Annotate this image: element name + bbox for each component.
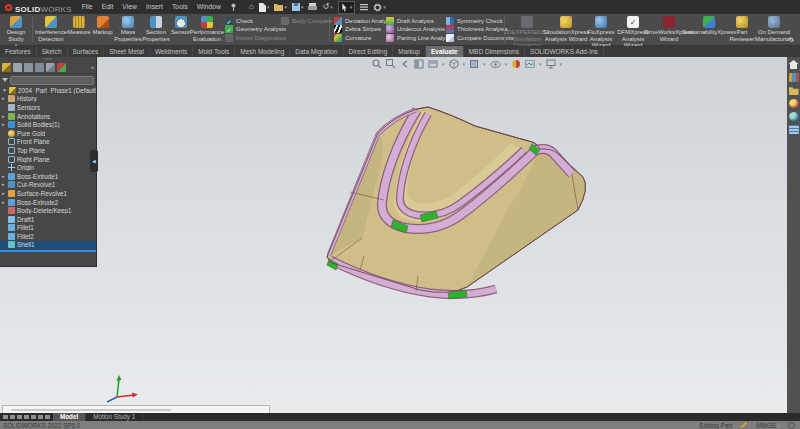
view-palette-icon[interactable]: [789, 112, 799, 121]
thickness-analysis-button[interactable]: Thickness Analysis: [446, 25, 500, 33]
save-button[interactable]: ▾: [292, 3, 304, 11]
tree-item-history[interactable]: ▸History: [0, 95, 96, 104]
menu-tools[interactable]: Tools: [172, 3, 188, 11]
symmetry-check-button[interactable]: Symmetry Check: [446, 17, 500, 25]
zoom-fit-icon[interactable]: [372, 59, 382, 69]
tree-item-body-delete[interactable]: Body-Delete/Keep1: [0, 206, 96, 215]
floxpress-wizard-button[interactable]: FloXpress Analysis Wizard: [585, 15, 617, 44]
tab-sheet-metal[interactable]: Sheet Metal: [104, 46, 150, 57]
section-properties-button[interactable]: Section Properties: [142, 15, 170, 44]
ribbon-collapse-icon[interactable]: [788, 36, 794, 42]
open-button[interactable]: ▾: [274, 3, 287, 11]
mass-properties-button[interactable]: Mass Properties: [114, 15, 142, 44]
apply-scene-icon[interactable]: [525, 59, 535, 69]
home-button[interactable]: ⌂: [249, 3, 254, 11]
tab-direct-editing[interactable]: Direct Editing: [344, 46, 394, 57]
check-button[interactable]: ✓Check: [225, 17, 277, 25]
filter-icon[interactable]: [2, 78, 8, 82]
tree-item-annotations[interactable]: ▸Annotations: [0, 112, 96, 121]
select-tool-button[interactable]: ▾: [338, 1, 356, 14]
menu-file[interactable]: File: [82, 3, 93, 11]
design-study-button[interactable]: Design Study ▾: [2, 15, 30, 44]
tab-mold-tools[interactable]: Mold Tools: [193, 46, 235, 57]
tree-filter-input[interactable]: [10, 76, 94, 85]
undo-button[interactable]: ↺▾: [322, 3, 332, 11]
view-orientation-icon[interactable]: [449, 59, 459, 69]
curvature-button[interactable]: Curvature: [334, 34, 382, 42]
tab-mesh-modeling[interactable]: Mesh Modeling: [235, 46, 290, 57]
deviation-analysis-button[interactable]: Deviation Analysis: [334, 17, 382, 25]
tab-surfaces[interactable]: Surfaces: [68, 46, 105, 57]
undercut-analysis-button[interactable]: Undercut Analysis: [386, 25, 442, 33]
bottom-panel-scroll-thumb[interactable]: [11, 409, 171, 411]
manager-tabs-more-icon[interactable]: »: [91, 64, 94, 70]
tree-item-cut-revolve1[interactable]: ▸Cut-Revolve1: [0, 181, 96, 190]
interference-detection-button[interactable]: Interference Detection: [35, 15, 67, 44]
configurationmanager-tab-icon[interactable]: [24, 63, 33, 72]
view-settings-icon[interactable]: [546, 59, 556, 69]
status-circle-icon[interactable]: [788, 422, 795, 429]
custom-properties-icon[interactable]: [789, 125, 799, 134]
design-library-icon[interactable]: [789, 73, 799, 82]
tree-item-shell1[interactable]: Shell1: [0, 241, 96, 250]
tree-item-draft1[interactable]: Draft1: [0, 215, 96, 224]
tree-item-front-plane[interactable]: Front Plane: [0, 138, 96, 147]
featuremanager-tab-icon[interactable]: [2, 63, 11, 72]
tab-mbd-dimensions[interactable]: MBD Dimensions: [464, 46, 525, 57]
displaymanager-tab-icon[interactable]: [46, 63, 55, 72]
tab-sketch[interactable]: Sketch: [37, 46, 68, 57]
tab-model[interactable]: Model: [53, 413, 86, 421]
parting-line-analysis-button[interactable]: Parting Line Analysis: [386, 34, 442, 42]
tab-features[interactable]: Features: [0, 46, 37, 57]
hide-show-items-icon[interactable]: [490, 60, 501, 69]
markup-button[interactable]: Markup: [91, 15, 114, 44]
tree-root-item[interactable]: ▼ 2004_Part_Phase1 (Default)<<Default: [0, 86, 96, 95]
tree-item-right-plane[interactable]: Right Plane: [0, 155, 96, 164]
menu-view[interactable]: View: [122, 3, 137, 11]
section-view-icon[interactable]: [414, 59, 424, 69]
dimxpertmanager-tab-icon[interactable]: [35, 63, 44, 72]
geometry-analysis-button[interactable]: ✓Geometry Analysis: [225, 25, 277, 33]
pane-splitter-buttons[interactable]: [0, 415, 53, 419]
tree-collapse-handle[interactable]: ◀: [90, 150, 98, 172]
tree-item-boss-extrude2[interactable]: ▸Boss-Extrude2: [0, 198, 96, 207]
zebra-stripes-button[interactable]: Zebra Stripes: [334, 25, 382, 33]
sensor-button[interactable]: Sensor: [170, 15, 191, 44]
tab-weldments[interactable]: Weldments: [150, 46, 193, 57]
appearances-icon[interactable]: [789, 99, 799, 108]
part-reviewer-button[interactable]: Part Reviewer: [729, 15, 755, 44]
menu-insert[interactable]: Insert: [146, 3, 163, 11]
zoom-to-area-icon[interactable]: [386, 59, 396, 69]
tree-item-sensors[interactable]: Sensors: [0, 103, 96, 112]
tree-item-fillet2[interactable]: Fillet2: [0, 232, 96, 241]
tab-evaluate[interactable]: Evaluate: [426, 46, 464, 57]
options-button[interactable]: ▾: [373, 3, 386, 12]
file-explorer-icon[interactable]: [789, 86, 799, 95]
tab-motion-study[interactable]: Motion Study 1: [86, 413, 143, 421]
measure-button[interactable]: Measure: [67, 15, 91, 44]
tab-solidworks-add-ins[interactable]: SOLIDWORKS Add-Ins: [525, 46, 604, 57]
tree-item-solid-bodies[interactable]: ▸Solid Bodies(1): [0, 120, 96, 129]
display-style-icon[interactable]: [469, 59, 479, 69]
previous-view-icon[interactable]: [400, 59, 410, 69]
sustainabilityxpress-button[interactable]: SustainabilityXpress: [689, 15, 729, 44]
menu-window[interactable]: Window: [197, 3, 221, 11]
tab-data-migration[interactable]: Data Migration: [290, 46, 343, 57]
rollback-bar[interactable]: [0, 250, 96, 252]
file-properties-button[interactable]: [360, 3, 368, 11]
pin-icon[interactable]: [230, 3, 237, 11]
tree-item-material[interactable]: Pure Gold: [0, 129, 96, 138]
propertymanager-tab-icon[interactable]: [13, 63, 22, 72]
performance-evaluation-button[interactable]: Performance Evaluation: [191, 15, 223, 44]
edit-appearance-icon[interactable]: [511, 59, 521, 69]
menu-edit[interactable]: Edit: [102, 3, 114, 11]
tree-item-fillet1[interactable]: Fillet1: [0, 224, 96, 233]
dynamic-annotation-icon[interactable]: [428, 59, 438, 69]
tab-markup[interactable]: Markup: [393, 46, 426, 57]
print-button[interactable]: [308, 3, 317, 11]
simulationxpress-wizard-button[interactable]: SimulationXpress Analysis Wizard: [547, 15, 585, 44]
new-document-button[interactable]: ▾: [259, 3, 270, 12]
home-tab-icon[interactable]: [789, 60, 799, 69]
compare-documents-button[interactable]: Compare Documents: [446, 34, 500, 42]
tree-item-origin[interactable]: Origin: [0, 163, 96, 172]
